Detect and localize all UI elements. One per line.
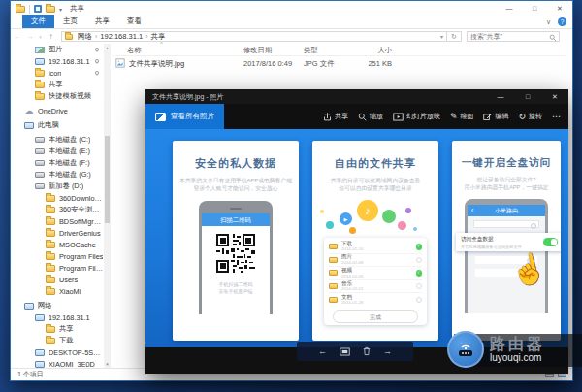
search-input[interactable] <box>468 33 545 40</box>
folder-icon <box>35 70 45 77</box>
photos-maximize-button[interactable]: □ <box>514 89 541 104</box>
folder-icon <box>46 277 55 283</box>
sidebar-item-xiaomi[interactable]: XiaoMi <box>11 285 104 297</box>
panel-desc: 未共享的文件只有使用手机APP或电脑客户端 登录个人账号才能访问，安全放心 <box>173 177 299 192</box>
folder-icon <box>329 270 338 276</box>
app-header: ‹ 小米路由 <box>468 205 545 216</box>
sidebar-item-disk-d[interactable]: 新加卷 (D:) <box>11 180 104 192</box>
sidebar-item-network[interactable]: 网络 <box>11 300 104 311</box>
refresh-icon[interactable]: ↻ <box>447 31 462 42</box>
view-all-photos-button[interactable]: 查看所有照片 <box>146 104 224 129</box>
help-icon[interactable]: ? <box>558 17 566 26</box>
location-folder-icon <box>65 34 73 40</box>
breadcrumb-share[interactable]: 共享 <box>148 32 167 42</box>
close-button[interactable]: ✕ <box>547 1 572 16</box>
properties-icon[interactable] <box>34 5 42 13</box>
unchecked-icon <box>416 283 423 290</box>
file-row[interactable]: 文件共享说明.jpg 2017/8/16 0:49 JPG 文件 251 KB <box>115 57 566 70</box>
scroll-down-icon[interactable]: ▾ <box>104 360 111 368</box>
navigation-pane: 图片 192.168.31.1 icon 共享 快捷模板视频 ☁OneDrive… <box>11 44 104 368</box>
computer-icon <box>35 361 45 368</box>
sidebar-item-network-download[interactable]: 下载 <box>11 335 104 346</box>
sidebar-item-host[interactable]: 192.168.31.1 <box>11 55 104 67</box>
photos-minimize-button[interactable]: — <box>487 89 514 104</box>
sidebar-item-template-video[interactable]: 快捷模板视频 <box>11 90 104 102</box>
folder-icon <box>46 230 55 237</box>
edit-button[interactable]: 编辑 <box>483 112 508 121</box>
sidebar-item-program-files[interactable]: Program Files <box>11 250 104 262</box>
maximize-button[interactable]: □ <box>522 1 547 16</box>
address-bar: ← → ▾ ↑ 网络 › 192.168.31.1 › 共享 ▾ ↻ <box>11 29 572 44</box>
folder-icon <box>329 244 338 249</box>
sidebar-scrollbar[interactable]: ▴ ▾ <box>104 44 111 368</box>
back-icon[interactable]: ← <box>11 32 23 41</box>
column-type[interactable]: 类型 <box>304 46 318 55</box>
photo-content: 安全的私人数据 未共享的文件只有使用手机APP或电脑客户端 登录个人账号才能访问… <box>146 129 568 347</box>
new-folder-icon[interactable] <box>46 6 55 13</box>
forward-icon[interactable]: → <box>23 32 36 41</box>
delete-icon[interactable] <box>363 346 371 356</box>
sidebar-item-disk-e[interactable]: 本地磁盘 (E:) <box>11 146 104 157</box>
tab-view[interactable]: 查看 <box>118 15 150 28</box>
sidebar-item-xiaomi-3e0d[interactable]: XIAOMI_3E0D <box>11 358 104 368</box>
column-size[interactable]: 大小 <box>353 46 392 55</box>
sidebar-item-onedrive[interactable]: ☁OneDrive <box>11 105 104 116</box>
sidebar-item-program-files-x86[interactable]: Program Files (x86) <box>11 262 104 274</box>
panel-title: 一键开启全盘访问 <box>452 156 561 170</box>
history-dropdown-icon[interactable]: ▾ <box>36 34 45 40</box>
scroll-up-icon[interactable]: ▴ <box>104 44 111 51</box>
list-item: 图片2014-02-08 <box>329 254 422 268</box>
slideshow-button[interactable]: 幻灯片放映 <box>393 112 440 121</box>
sidebar-item-icon-folder[interactable]: icon <box>11 67 104 79</box>
tab-home[interactable]: 主页 <box>54 15 86 28</box>
sidebar-item-pictures[interactable]: 图片 <box>11 44 104 55</box>
sidebar-item-network-share[interactable]: 共享 <box>11 323 104 335</box>
next-photo-icon[interactable]: → <box>383 347 392 356</box>
address-dropdown-icon[interactable]: ▾ <box>440 33 443 40</box>
folder-icon <box>46 207 55 213</box>
sidebar-item-msocache[interactable]: MSOCache <box>11 239 104 250</box>
ribbon-collapse-icon[interactable]: ∨ <box>546 18 551 26</box>
sidebar-item-network-host[interactable]: 192.168.31.1 <box>11 311 104 323</box>
sidebar-item-share[interactable]: 共享 <box>11 79 104 90</box>
folder-icon <box>329 283 338 289</box>
magnifier-icon <box>358 113 367 121</box>
share-button[interactable]: 共享 <box>323 112 348 121</box>
panel-desc: 想让设备访问全部文件? 用小米路由器手机APP，一键搞定 <box>452 176 561 191</box>
filmstrip-icon[interactable] <box>340 347 350 356</box>
photos-close-button[interactable]: ✕ <box>541 89 568 104</box>
window-title: 共享 <box>70 4 84 14</box>
more-button[interactable]: ⋯ <box>552 113 561 121</box>
zoom-button[interactable]: 缩放 <box>358 112 383 121</box>
previous-photo-icon[interactable]: ← <box>318 347 327 356</box>
folder-icon <box>35 82 45 88</box>
tab-share[interactable]: 共享 <box>86 15 118 28</box>
rotate-button[interactable]: ↻ 旋转 <box>518 112 542 121</box>
qat-dropdown-icon[interactable]: ▾ <box>59 6 62 13</box>
search-box[interactable] <box>467 31 560 42</box>
tab-file[interactable]: 文件 <box>22 15 54 28</box>
sidebar-item-desktop-pc[interactable]: DESKTOP-5SJOTBT <box>11 346 104 358</box>
column-date[interactable]: 修改日期 <box>243 46 272 55</box>
up-icon[interactable]: ↑ <box>45 32 57 41</box>
sidebar-item-drivergenius[interactable]: DriverGenius <box>11 227 104 239</box>
sidebar-item-360browser-dl[interactable]: 360安全浏览器下载 <box>11 204 104 215</box>
draw-button[interactable]: ✎ 绘图 <box>450 112 474 121</box>
breadcrumb-host[interactable]: 192.168.31.1 <box>98 32 145 41</box>
column-name[interactable]: 名称 <box>127 46 142 55</box>
sidebar-item-this-pc[interactable]: 此电脑 <box>11 119 104 131</box>
panel-desc: 共享的目录可以被局域网内设备查看 你可以自由设置共享哪些目录 <box>312 177 438 192</box>
breadcrumb-network[interactable]: 网络 <box>76 32 94 42</box>
minimize-button[interactable]: — <box>497 1 522 16</box>
address-box[interactable]: 网络 › 192.168.31.1 › 共享 ▾ <box>61 31 447 42</box>
video-bubble-icon: ▶ <box>340 212 352 225</box>
sidebar-item-disk-f[interactable]: 本地磁盘 (F:) <box>11 157 104 169</box>
sidebar-item-disk-c[interactable]: 本地磁盘 (C:) <box>11 134 104 146</box>
sidebar-item-360downloads[interactable]: 360Downloads <box>11 192 104 204</box>
search-row <box>473 220 539 228</box>
sidebar-item-bdsoftmgrdata[interactable]: BDSoftMgrData <box>11 215 104 227</box>
photo-bubble-icon <box>398 221 406 230</box>
sidebar-item-users[interactable]: Users <box>11 274 104 285</box>
sidebar-item-disk-g[interactable]: 本地磁盘 (G:) <box>11 169 104 180</box>
scrollbar-thumb[interactable] <box>105 136 110 223</box>
